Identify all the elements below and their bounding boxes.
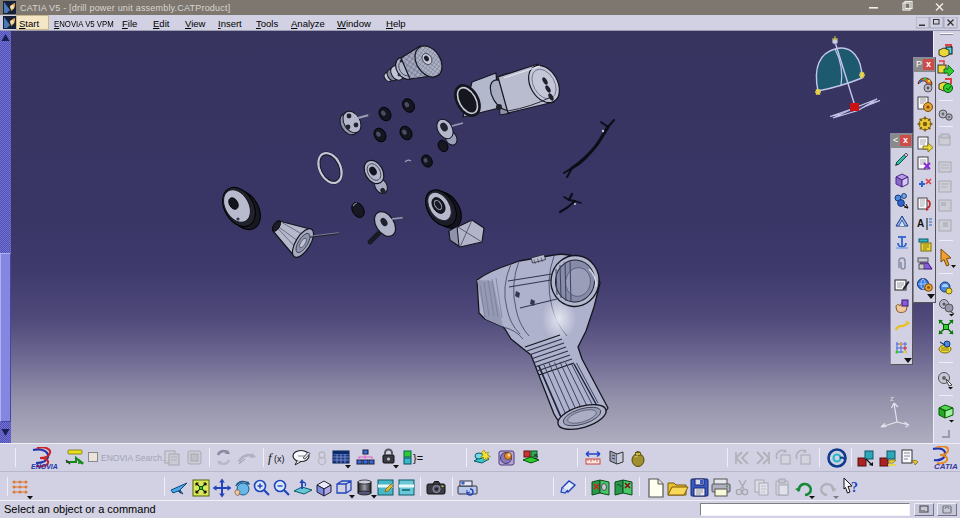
svg-text:CATIA: CATIA [934, 462, 958, 470]
svg-text:}=: }= [413, 452, 423, 464]
svg-text:?: ? [851, 480, 858, 495]
svg-text:5: 5 [534, 453, 538, 460]
svg-text:z: z [890, 394, 894, 403]
svg-text:(x): (x) [274, 454, 285, 464]
svg-text:ENOVIA: ENOVIA [31, 463, 58, 470]
svg-text:A: A [917, 218, 924, 229]
